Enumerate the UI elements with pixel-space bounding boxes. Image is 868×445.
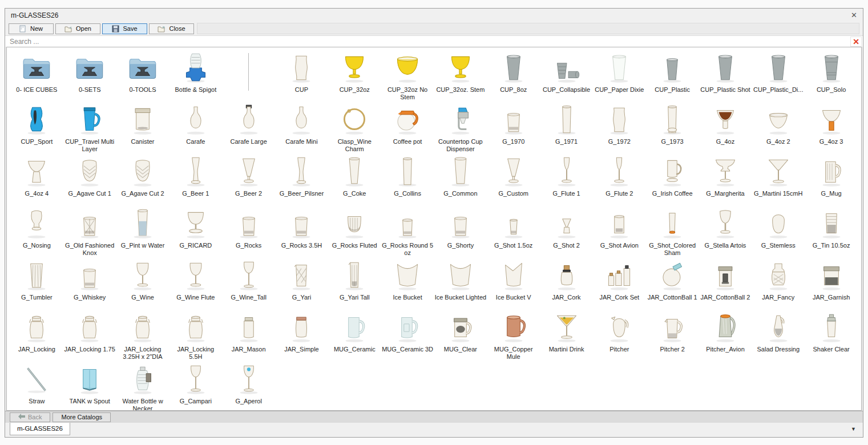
- catalog-item[interactable]: Pitcher 2: [646, 310, 699, 362]
- search-clear-icon[interactable]: ✕: [850, 37, 862, 47]
- more-catalogs-button[interactable]: More Catalogs: [53, 412, 111, 422]
- catalog-item[interactable]: CUP_32oz. Stem: [434, 50, 487, 102]
- open-button[interactable]: Open: [55, 23, 100, 34]
- catalog-item[interactable]: G_Flute 1: [540, 154, 593, 206]
- catalog-item[interactable]: G_1972: [593, 102, 646, 154]
- catalog-item[interactable]: Bottle & Spigot: [169, 50, 222, 102]
- catalog-item[interactable]: CUP_32oz No Stem: [381, 50, 434, 102]
- catalog-item[interactable]: G_Nosing: [10, 206, 63, 258]
- catalog-item[interactable]: G_Flute 2: [593, 154, 646, 206]
- catalog-item[interactable]: JAR_CottonBall 1: [646, 258, 699, 310]
- catalog-item[interactable]: G_Shorty: [434, 206, 487, 258]
- catalog-item[interactable]: G_Agave Cut 2: [116, 154, 169, 206]
- catalog-item[interactable]: JAR_Cork: [540, 258, 593, 310]
- catalog-item[interactable]: G_Old Fashioned Knox: [63, 206, 116, 258]
- catalog-item[interactable]: G_Common: [434, 154, 487, 206]
- catalog-item[interactable]: G_4oz: [699, 102, 752, 154]
- catalog-item[interactable]: G_Rocks 3.5H: [275, 206, 328, 258]
- catalog-item[interactable]: G_Coke: [328, 154, 381, 206]
- catalog-item[interactable]: JAR_Fancy: [752, 258, 805, 310]
- catalog-item[interactable]: G_Rocks Round 5 oz: [381, 206, 434, 258]
- catalog-item[interactable]: G_RICARD: [169, 206, 222, 258]
- catalog-item[interactable]: Ice Bucket Lighted: [434, 258, 487, 310]
- catalog-item[interactable]: 0-TOOLS: [116, 50, 169, 102]
- catalog-item[interactable]: JAR_Garnish: [805, 258, 858, 310]
- catalog-item[interactable]: Carafe Mini: [275, 102, 328, 154]
- catalog-item[interactable]: G_Shot 2: [540, 206, 593, 258]
- catalog-item[interactable]: G_Wine: [116, 258, 169, 310]
- catalog-item[interactable]: G_Irish Coffee: [646, 154, 699, 206]
- catalog-item[interactable]: G_Collins: [381, 154, 434, 206]
- catalog-item[interactable]: Ice Bucket: [381, 258, 434, 310]
- catalog-item[interactable]: G_Mug: [805, 154, 858, 206]
- catalog-item[interactable]: JAR_CottonBall 2: [699, 258, 752, 310]
- catalog-item[interactable]: JAR_Cork Set: [593, 258, 646, 310]
- catalog-item[interactable]: JAR_Simple: [275, 310, 328, 362]
- catalog-item[interactable]: CUP_Solo: [805, 50, 858, 102]
- catalog-item[interactable]: G_Custom: [487, 154, 540, 206]
- catalog-item[interactable]: CUP_Plastic Shot: [699, 50, 752, 102]
- catalog-item[interactable]: JAR_Mason: [222, 310, 275, 362]
- catalog-item[interactable]: G_Beer_Pilsner: [275, 154, 328, 206]
- new-button[interactable]: New: [9, 23, 54, 34]
- catalog-item[interactable]: G_Pint w Water: [116, 206, 169, 258]
- catalog-item[interactable]: G_Tin 10.5oz: [805, 206, 858, 258]
- catalog-item[interactable]: G_Whiskey: [63, 258, 116, 310]
- catalog-item[interactable]: G_Martini 15cmH: [752, 154, 805, 206]
- catalog-item[interactable]: G_Shot Avion: [593, 206, 646, 258]
- catalog-item[interactable]: CUP_Plastic_Di...: [752, 50, 805, 102]
- catalog-item[interactable]: G_Wine_Tall: [222, 258, 275, 310]
- catalog-item[interactable]: JAR_Locking: [10, 310, 63, 362]
- catalog-item[interactable]: G_4oz 2: [752, 102, 805, 154]
- catalog-item[interactable]: G_Wine Flute: [169, 258, 222, 310]
- catalog-item[interactable]: Coffee pot: [381, 102, 434, 154]
- catalog-item[interactable]: MUG_Copper Mule: [487, 310, 540, 362]
- catalog-item[interactable]: G_Tumbler: [10, 258, 63, 310]
- dropdown-caret-icon[interactable]: ▼: [851, 426, 856, 432]
- catalog-item[interactable]: Straw: [10, 362, 63, 411]
- catalog-item[interactable]: Pitcher_Avion: [699, 310, 752, 362]
- catalog-item[interactable]: JAR_Locking 3.25H x 2"DIA: [116, 310, 169, 362]
- save-button[interactable]: Save: [102, 23, 147, 34]
- catalog-item[interactable]: G_Campari: [169, 362, 222, 411]
- catalog-item[interactable]: G_Beer 2: [222, 154, 275, 206]
- catalog-item[interactable]: G_Aperol: [222, 362, 275, 411]
- catalog-item[interactable]: G_1971: [540, 102, 593, 154]
- catalog-item[interactable]: Ice Bucket V: [487, 258, 540, 310]
- catalog-item[interactable]: G_1973: [646, 102, 699, 154]
- catalog-item[interactable]: G_Rocks: [222, 206, 275, 258]
- close-button[interactable]: Close: [149, 23, 194, 34]
- back-button[interactable]: Back: [10, 412, 50, 422]
- catalog-item[interactable]: G_4oz 3: [805, 102, 858, 154]
- catalog-item[interactable]: MUG_Clear: [434, 310, 487, 362]
- catalog-item[interactable]: Carafe: [169, 102, 222, 154]
- catalog-item[interactable]: Pitcher: [593, 310, 646, 362]
- catalog-item[interactable]: 0-SETS: [63, 50, 116, 102]
- catalog-item[interactable]: G_Agave Cut 1: [63, 154, 116, 206]
- catalog-item[interactable]: CUP_Sport: [10, 102, 63, 154]
- catalog-item[interactable]: G_Yari: [275, 258, 328, 310]
- catalog-item[interactable]: JAR_Locking 1.75: [63, 310, 116, 362]
- catalog-item[interactable]: G_4oz 4: [10, 154, 63, 206]
- catalog-item[interactable]: CUP_Travel Multi Layer: [63, 102, 116, 154]
- catalog-item[interactable]: Salad Dressing: [752, 310, 805, 362]
- catalog-item[interactable]: MUG_Ceramic: [328, 310, 381, 362]
- catalog-item[interactable]: CUP_Plastic: [646, 50, 699, 102]
- catalog-item[interactable]: G_Shot_Colored Sham: [646, 206, 699, 258]
- catalog-item[interactable]: 0- ICE CUBES: [10, 50, 63, 102]
- catalog-item[interactable]: G_Stemless: [752, 206, 805, 258]
- catalog-item[interactable]: CUP_Paper Dixie: [593, 50, 646, 102]
- catalog-item[interactable]: CUP_Collapsible: [540, 50, 593, 102]
- catalog-item[interactable]: Countertop Cup Dispenser: [434, 102, 487, 154]
- catalog-item[interactable]: G_Shot 1.5oz: [487, 206, 540, 258]
- catalog-item[interactable]: G_Stella Artois: [699, 206, 752, 258]
- catalog-item[interactable]: G_1970: [487, 102, 540, 154]
- catalog-item[interactable]: Water Bottle w Necker: [116, 362, 169, 411]
- window-close-icon[interactable]: ✕: [851, 11, 857, 19]
- catalog-item[interactable]: MUG_Ceramic 3D: [381, 310, 434, 362]
- catalog-item[interactable]: Martini Drink: [540, 310, 593, 362]
- catalog-item[interactable]: Carafe Large: [222, 102, 275, 154]
- search-input[interactable]: [5, 38, 850, 46]
- catalog-item[interactable]: Clasp_Wine Charm: [328, 102, 381, 154]
- catalog-item[interactable]: Canister: [116, 102, 169, 154]
